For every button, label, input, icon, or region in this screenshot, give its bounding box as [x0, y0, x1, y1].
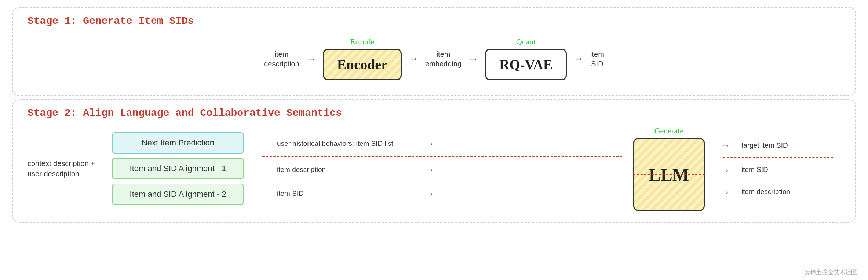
- tasks-column: Next Item Prediction Item and SID Alignm…: [112, 132, 244, 205]
- flow-arrow-1: →: [424, 163, 435, 176]
- stage1-content: itemdescription → Encode Encoder → iteme…: [28, 34, 840, 84]
- output-text-0: target item SID: [734, 141, 788, 150]
- llm-area: Generate LLM: [633, 126, 705, 211]
- output-text-1: item SID: [734, 166, 768, 174]
- flow-row-2: item SID →: [262, 182, 622, 206]
- stage1-box: Stage 1: Generate Item SIDs itemdescript…: [12, 7, 856, 96]
- arrow2: →: [408, 53, 419, 65]
- stage2-box: Stage 2: Align Language and Collaborativ…: [12, 99, 856, 223]
- flow-label-1: item description: [262, 166, 420, 174]
- encode-label: Encode: [350, 37, 374, 47]
- watermark: @稀土掘金技术社区: [804, 269, 857, 276]
- item-embedding-label: itemembedding: [425, 49, 462, 69]
- flow-row-1: item description →: [262, 158, 622, 182]
- llm-box: LLM: [633, 138, 705, 211]
- output-text-2: item description: [734, 188, 790, 196]
- encoder-container: Encode Encoder: [323, 49, 402, 80]
- flow-arrow-2: →: [424, 187, 435, 200]
- arrow3: →: [468, 53, 478, 65]
- dashed-sep: [262, 156, 622, 157]
- flow-label-2: item SID: [262, 189, 420, 198]
- output-row-0: → target item SID: [716, 135, 840, 156]
- out-arrow-0: →: [719, 139, 730, 152]
- main-container: Stage 1: Generate Item SIDs itemdescript…: [12, 7, 856, 223]
- encoder-box: Encoder: [323, 49, 402, 80]
- middle-section: user historical behaviors: item SID list…: [262, 126, 840, 211]
- rqvae-container: Quant RQ-VAE: [485, 49, 567, 80]
- out-arrow-2: →: [719, 185, 730, 198]
- flow-rows-block: user historical behaviors: item SID list…: [262, 132, 622, 206]
- output-sep: [723, 157, 833, 158]
- stage2-inner: context description +user description Ne…: [28, 126, 840, 211]
- flow-label-0: user historical behaviors: item SID list: [262, 140, 420, 148]
- out-arrow-1: →: [719, 163, 730, 176]
- context-label: context description +user description: [28, 158, 101, 179]
- generate-label: Generate: [633, 126, 705, 136]
- flow-arrow-0: →: [424, 137, 435, 150]
- arrow1: →: [306, 53, 316, 65]
- outputs-column: → target item SID → item SID → item desc…: [716, 135, 840, 203]
- stage1-title: Stage 1: Generate Item SIDs: [28, 15, 840, 27]
- item-description-label: itemdescription: [264, 49, 299, 69]
- arrow4: →: [573, 53, 584, 65]
- task-next-item: Next Item Prediction: [112, 132, 244, 154]
- stage2-title: Stage 2: Align Language and Collaborativ…: [28, 107, 840, 119]
- llm-dashed-line: [633, 174, 705, 175]
- task-alignment-1: Item and SID Alignment - 1: [112, 158, 244, 179]
- task-alignment-2: Item and SID Alignment - 2: [112, 184, 244, 205]
- quant-label: Quant: [516, 37, 536, 47]
- flow-row-0: user historical behaviors: item SID list…: [262, 132, 622, 156]
- rqvae-box: RQ-VAE: [485, 49, 567, 80]
- output-row-1: → item SID: [716, 159, 840, 181]
- item-sid-label: itemSID: [590, 49, 604, 69]
- output-row-2: → item description: [716, 181, 840, 203]
